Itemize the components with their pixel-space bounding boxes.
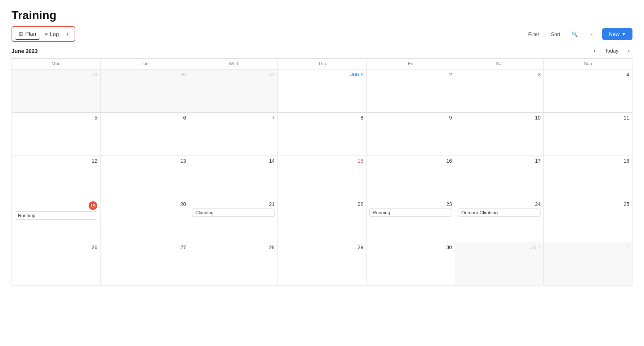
calendar-cell-w3d5[interactable]: 24Outdoor Climbing: [455, 199, 544, 242]
col-sun: Sun: [544, 59, 632, 69]
next-month-button[interactable]: ›: [625, 46, 632, 55]
week-row-1: 567891011: [12, 113, 632, 156]
calendar-cell-w0d0[interactable]: 29: [12, 69, 101, 113]
month-label: June 2023: [12, 48, 38, 54]
calendar-header-row: Mon Tue Wed Thu Fri Sat Sun: [12, 59, 632, 69]
day-number-w0d1: 30: [103, 72, 186, 77]
event-w3d0-0[interactable]: Running: [15, 211, 97, 220]
calendar-cell-w2d5[interactable]: 17: [455, 156, 544, 199]
calendar-cell-w4d6[interactable]: 2: [544, 242, 632, 286]
tab-plan[interactable]: ⊞ Plan: [15, 28, 40, 40]
calendar-cell-w1d5[interactable]: 10: [455, 113, 544, 156]
day-number-w4d1: 27: [103, 244, 186, 250]
today-button[interactable]: Today: [601, 46, 622, 55]
col-mon: Mon: [12, 59, 101, 69]
prev-month-button[interactable]: ‹: [591, 46, 598, 55]
day-number-w3d5: 24: [458, 201, 541, 207]
day-number-w2d5: 17: [458, 158, 541, 164]
day-number-w0d3: Jun 1: [281, 72, 363, 77]
calendar-cell-w2d1[interactable]: 13: [101, 156, 189, 199]
day-number-w1d6: 11: [547, 115, 629, 121]
day-number-w2d0: 12: [15, 158, 97, 164]
tab-log-label: Log: [50, 31, 59, 37]
calendar-cell-w2d6[interactable]: 18: [544, 156, 632, 199]
calendar-cell-w2d3[interactable]: 15: [278, 156, 367, 199]
calendar-cell-w3d6[interactable]: 25: [544, 199, 632, 242]
day-number-w4d4: 30: [369, 244, 452, 250]
calendar-cell-w4d0[interactable]: 26: [12, 242, 101, 286]
more-button[interactable]: ···: [586, 29, 596, 39]
calendar-cell-w1d4[interactable]: 9: [367, 113, 455, 156]
new-button-label: New: [609, 31, 619, 37]
day-number-w4d2: 28: [192, 244, 275, 250]
log-icon: ≡: [45, 31, 48, 37]
day-number-w4d0: 26: [15, 244, 97, 250]
calendar-cell-w0d4[interactable]: 2: [367, 69, 455, 113]
col-wed: Wed: [189, 59, 278, 69]
day-number-w3d3: 22: [281, 201, 363, 207]
week-row-2: 12131415161718: [12, 156, 632, 199]
day-number-w2d2: 14: [192, 158, 275, 164]
calendar-cell-w0d1[interactable]: 30: [101, 69, 189, 113]
day-number-w0d2: 31: [192, 72, 275, 77]
calendar-cell-w2d0[interactable]: 12: [12, 156, 101, 199]
calendar-cell-w4d3[interactable]: 29: [278, 242, 367, 286]
calendar-cell-w0d6[interactable]: 4: [544, 69, 632, 113]
calendar-table: Mon Tue Wed Thu Fri Sat Sun 293031Jun 12…: [12, 58, 632, 286]
new-button[interactable]: New ▼: [602, 28, 632, 40]
filter-button[interactable]: Filter: [525, 29, 542, 39]
calendar-cell-w4d5[interactable]: Jul 1: [455, 242, 544, 286]
day-number-w1d3: 8: [281, 115, 363, 121]
day-number-w3d0: 19: [89, 201, 97, 210]
day-number-w1d0: 5: [15, 115, 97, 121]
calendar-cell-w2d2[interactable]: 14: [189, 156, 278, 199]
toolbar-right: Filter Sort 🔍 ··· New ▼: [525, 28, 632, 40]
week-row-0: 293031Jun 1234: [12, 69, 632, 113]
tabs-container: ⊞ Plan ≡ Log +: [12, 26, 75, 42]
calendar-cell-w1d2[interactable]: 7: [189, 113, 278, 156]
calendar-cell-w4d1[interactable]: 27: [101, 242, 189, 286]
calendar-cell-w4d2[interactable]: 28: [189, 242, 278, 286]
day-number-w3d6: 25: [547, 201, 629, 207]
col-thu: Thu: [278, 59, 367, 69]
calendar-cell-w3d3[interactable]: 22: [278, 199, 367, 242]
day-number-w2d3: 15: [281, 158, 363, 164]
day-number-w2d6: 18: [547, 158, 629, 164]
col-tue: Tue: [101, 59, 189, 69]
calendar-cell-w0d3[interactable]: Jun 1: [278, 69, 367, 113]
col-fri: Fri: [367, 59, 455, 69]
calendar-cell-w0d5[interactable]: 3: [455, 69, 544, 113]
tab-plan-label: Plan: [25, 31, 36, 37]
calendar-cell-w1d3[interactable]: 8: [278, 113, 367, 156]
plan-icon: ⊞: [19, 31, 23, 37]
add-tab-button[interactable]: +: [64, 29, 71, 40]
tab-log[interactable]: ≡ Log: [41, 29, 62, 39]
day-number-w4d3: 29: [281, 244, 363, 250]
day-number-w1d2: 7: [192, 115, 275, 121]
calendar-cell-w1d1[interactable]: 6: [101, 113, 189, 156]
day-number-w0d6: 4: [547, 72, 629, 77]
sort-button[interactable]: Sort: [548, 29, 563, 39]
day-number-w1d1: 6: [103, 115, 186, 121]
event-w3d4-0[interactable]: Running: [369, 208, 452, 217]
calendar-cell-w1d6[interactable]: 11: [544, 113, 632, 156]
calendar-cell-w1d0[interactable]: 5: [12, 113, 101, 156]
calendar-cell-w3d2[interactable]: 21Climbing: [189, 199, 278, 242]
event-w3d5-0[interactable]: Outdoor Climbing: [458, 208, 541, 217]
calendar-cell-w3d1[interactable]: 20: [101, 199, 189, 242]
toolbar: ⊞ Plan ≡ Log + Filter Sort 🔍 ··· New ▼: [12, 26, 632, 42]
calendar-cell-w4d4[interactable]: 30: [367, 242, 455, 286]
col-sat: Sat: [455, 59, 544, 69]
calendar-cell-w3d4[interactable]: 23Running: [367, 199, 455, 242]
day-number-w1d5: 10: [458, 115, 541, 121]
day-number-w3d4: 23: [369, 201, 452, 207]
calendar-cell-w2d4[interactable]: 16: [367, 156, 455, 199]
event-w3d2-0[interactable]: Climbing: [192, 208, 275, 217]
calendar-cell-w3d0[interactable]: 19Running: [12, 199, 101, 242]
calendar-cell-w0d2[interactable]: 31: [189, 69, 278, 113]
day-number-w4d5: Jul 1: [458, 244, 541, 250]
navigation-row: ‹ Today ›: [591, 46, 632, 55]
day-number-w3d1: 20: [103, 201, 186, 207]
new-button-arrow: ▼: [622, 32, 626, 37]
search-button[interactable]: 🔍: [569, 29, 581, 39]
